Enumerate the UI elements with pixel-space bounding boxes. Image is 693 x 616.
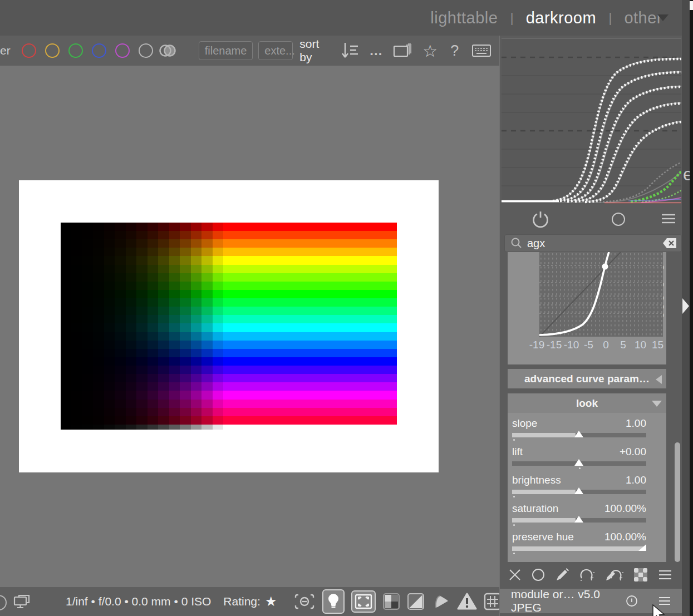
- circle-toggle-icon[interactable]: [610, 210, 627, 230]
- slider-value[interactable]: +0.00: [620, 446, 646, 458]
- edge-scrollbar-fragment: [690, 1, 693, 10]
- gamut-check-icon[interactable]: [382, 593, 400, 610]
- presets-menu-icon[interactable]: [660, 210, 677, 229]
- slider-track[interactable]: [512, 490, 646, 494]
- slider-handle[interactable]: [574, 459, 583, 466]
- more-options-icon[interactable]: ...: [370, 43, 382, 58]
- darkroom-canvas[interactable]: [0, 66, 499, 587]
- filter-color-circles: [22, 43, 153, 58]
- slider-handle[interactable]: [638, 544, 646, 551]
- preserve-hue-slider[interactable]: preserve hue100.00%: [512, 531, 646, 551]
- panel-collapse-arrow-icon[interactable]: [682, 298, 689, 314]
- look-section: look slope1.00 lift+0.00 brightness1.00 …: [508, 393, 666, 562]
- slider-value[interactable]: 1.00: [626, 474, 646, 486]
- slider-value[interactable]: 1.00: [626, 417, 646, 430]
- view-switcher-bar: lighttable | darkroom | other: [0, 0, 693, 36]
- module-order-info-icon[interactable]: [625, 594, 638, 608]
- clear-search-icon[interactable]: [662, 238, 677, 249]
- filter-circle-purple[interactable]: [115, 43, 130, 58]
- slider-handle[interactable]: [574, 516, 583, 523]
- advanced-curve-params-header[interactable]: advanced curve param…: [508, 369, 666, 388]
- tab-darkroom[interactable]: darkroom: [526, 9, 597, 27]
- rawoverexposed-icon[interactable]: [431, 593, 450, 610]
- sort-order-icon[interactable]: [341, 42, 360, 60]
- slider-handle[interactable]: [574, 487, 583, 494]
- module-search-input[interactable]: agx: [504, 234, 682, 252]
- tab-lighttable[interactable]: lighttable: [430, 9, 498, 27]
- view-tabs: lighttable | darkroom | other: [430, 0, 662, 36]
- saturation-slider[interactable]: saturation100.00%: [512, 502, 646, 523]
- bottom-toolbar: 1/inf • f/0.0 • 0.0 mm • 0 ISO Rating: ★: [0, 587, 499, 616]
- filter-circle-green[interactable]: [68, 43, 83, 58]
- filter-circle-gray[interactable]: [139, 43, 153, 58]
- agx-curve-module: 18% 9% 4% 2% 1%: [508, 252, 666, 364]
- panel-collapse-strip[interactable]: [682, 0, 690, 616]
- filter-label-fragment: er: [0, 44, 11, 57]
- slope-slider[interactable]: slope1.00: [512, 417, 646, 437]
- expand-down-icon: [652, 401, 662, 407]
- slider-label: saturation: [512, 502, 558, 515]
- brightness-slider[interactable]: brightness1.00: [512, 474, 646, 494]
- tab-other[interactable]: other: [624, 9, 662, 27]
- look-header[interactable]: look: [508, 393, 666, 413]
- slider-track[interactable]: [512, 461, 646, 466]
- second-window-icon[interactable]: [12, 593, 31, 610]
- softproof-icon[interactable]: [407, 593, 425, 610]
- slider-track[interactable]: [512, 433, 646, 437]
- image-page[interactable]: [19, 180, 439, 472]
- darktable-window: lighttable | darkroom | other er filenam…: [0, 0, 693, 616]
- right-panel: agx 18% 9% 4% 2% 1%: [499, 36, 682, 616]
- slider-track[interactable]: [512, 546, 646, 551]
- blend-off-icon[interactable]: [508, 568, 522, 584]
- parametric-mask-icon[interactable]: [579, 567, 596, 585]
- star-overlay-icon[interactable]: ☆: [422, 41, 438, 61]
- filter-circle-yellow[interactable]: [45, 43, 60, 58]
- grouping-icon[interactable]: [392, 42, 412, 59]
- views-dropdown-caret-icon[interactable]: [657, 14, 669, 21]
- panel-button-row: [500, 206, 680, 231]
- search-icon: [510, 237, 523, 249]
- filter-circle-red[interactable]: [22, 43, 36, 58]
- filter-circle-blue[interactable]: [92, 43, 106, 58]
- tab-separator: |: [510, 10, 513, 26]
- drawn-parametric-mask-icon[interactable]: [605, 567, 624, 585]
- filter-toolbar: er filename exte... sort by ... ☆ ?: [0, 36, 499, 66]
- lift-slider[interactable]: lift+0.00: [512, 446, 646, 466]
- curve-plot[interactable]: [539, 252, 663, 337]
- slider-label: preserve hue: [512, 531, 574, 543]
- slider-value[interactable]: 100.00%: [604, 531, 646, 543]
- color-label-range-icon[interactable]: [158, 43, 180, 58]
- search-value: agx: [527, 237, 545, 250]
- slider-value[interactable]: 100.00%: [604, 502, 646, 515]
- slider-default-dot: [513, 439, 515, 441]
- help-icon[interactable]: ?: [450, 42, 459, 60]
- slider-handle[interactable]: [574, 431, 583, 437]
- raster-mask-icon[interactable]: [633, 567, 648, 585]
- keyboard-shortcuts-icon[interactable]: [471, 43, 492, 58]
- iso12646-lamp-icon[interactable]: [322, 589, 345, 614]
- focus-peaking-icon[interactable]: [293, 592, 316, 611]
- waveform-graphic: [502, 39, 681, 204]
- filename-filter-input[interactable]: filename: [199, 41, 253, 60]
- extension-filter-input[interactable]: exte...: [258, 41, 293, 60]
- sort-by-label: sort by: [299, 37, 319, 64]
- mouse-cursor: [651, 604, 668, 616]
- overexposure-warning-icon[interactable]: [457, 593, 477, 610]
- waveform-histogram[interactable]: [502, 38, 681, 204]
- curve-control-point[interactable]: [602, 264, 608, 270]
- collapse-left-icon: [656, 375, 662, 384]
- module-order-label[interactable]: module or… v5.0 JPEG: [511, 588, 614, 614]
- blend-menu-icon[interactable]: [657, 568, 673, 584]
- slider-label: slope: [512, 417, 537, 430]
- rating-star-icon[interactable]: ★: [265, 594, 277, 609]
- slider-track[interactable]: [512, 518, 646, 523]
- mask-blend-row: [500, 565, 680, 587]
- drawn-mask-icon[interactable]: [554, 567, 570, 585]
- rating-label: Rating:: [223, 595, 261, 608]
- panel-scrollbar[interactable]: [675, 442, 680, 562]
- uniform-blend-icon[interactable]: [531, 568, 545, 584]
- power-icon[interactable]: [530, 209, 551, 231]
- slider-label: brightness: [512, 474, 561, 486]
- slider-label: lift: [512, 446, 523, 458]
- full-preview-icon[interactable]: [351, 590, 376, 613]
